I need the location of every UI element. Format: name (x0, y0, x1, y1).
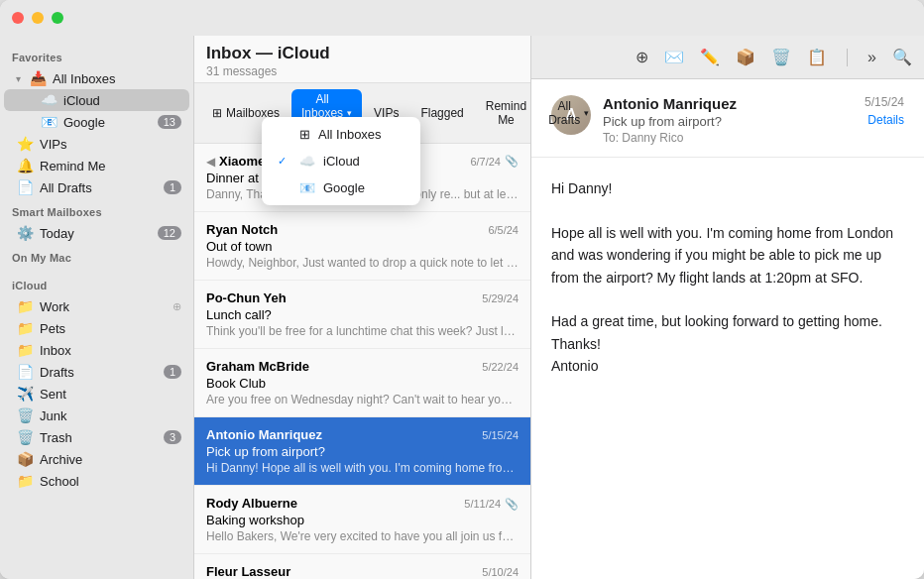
all-inboxes-icon: 📥 (29, 70, 47, 86)
inbox-folder-icon: 📁 (16, 342, 34, 358)
email-body: Hi Danny! Hope all is well with you. I'm… (531, 158, 924, 398)
email-sender-7: Fleur Lasseur (206, 564, 290, 579)
minimize-button[interactable] (32, 12, 44, 24)
sidebar-item-inbox[interactable]: 📁 Inbox (4, 339, 189, 361)
sidebar-item-work[interactable]: 📁 Work ⊕ (4, 295, 189, 317)
email-date-4: 5/22/24 (482, 361, 519, 373)
sidebar-item-school[interactable]: 📁 School (4, 470, 189, 492)
tab-all-drafts-label: All Drafts (548, 99, 580, 127)
email-date-3: 5/29/24 (482, 292, 519, 304)
dropdown-google[interactable]: 📧 Google (266, 174, 416, 201)
email-subject-2: Out of town (206, 239, 519, 254)
sidebar-item-label: Work (40, 299, 167, 314)
archive-tool-icon[interactable]: 📦 (736, 48, 755, 66)
email-sender-6: Rody Albuerne (206, 496, 297, 511)
email-date-6: 5/11/24 (464, 498, 501, 510)
drafts-chevron: ▾ (584, 108, 589, 118)
google-icon: 📧 (40, 114, 58, 130)
sidebar-item-vips[interactable]: ⭐ VIPs (4, 133, 189, 155)
back-arrow-icon: ◀ (206, 155, 215, 169)
titlebar (0, 0, 924, 36)
reply-icon[interactable]: ✏️ (700, 48, 720, 66)
sidebar-item-today[interactable]: ⚙️ Today 12 (4, 222, 189, 244)
search-icon[interactable]: 🔍 (892, 48, 912, 66)
email-preview-4: Are you free on Wednesday night? Can't w… (206, 393, 519, 406)
message-count: 31 messages (206, 64, 519, 78)
email-item-7[interactable]: Fleur Lasseur 5/10/24 Soccer jerseys Are… (194, 554, 530, 579)
sidebar-item-all-drafts[interactable]: 📄 All Drafts 1 (4, 176, 189, 198)
sidebar-item-label: Drafts (40, 365, 158, 380)
close-button[interactable] (12, 12, 24, 24)
add-mailbox-icon[interactable]: ⊕ (173, 300, 181, 313)
sidebar-item-drafts[interactable]: 📄 Drafts 1 (4, 361, 189, 383)
dropdown-icloud-label: iCloud (323, 154, 360, 169)
remind-me-icon: 🔔 (16, 158, 34, 174)
email-sender-4: Graham McBride (206, 359, 309, 374)
junk-icon: 🗑️ (16, 407, 34, 423)
email-subject-5: Pick up from airport? (206, 444, 519, 459)
new-message-icon[interactable]: ✉️ (664, 48, 684, 66)
tab-remind-me[interactable]: Remind Me (476, 96, 536, 130)
sidebar-item-sent[interactable]: ✈️ Sent (4, 383, 189, 405)
sidebar-item-label: Sent (40, 387, 181, 402)
sidebar-item-label: All Inboxes (53, 71, 181, 86)
sidebar-item-junk[interactable]: 🗑️ Junk (4, 405, 189, 426)
email-sender-5: Antonio Manriquez (206, 427, 322, 442)
work-folder-icon: 📁 (16, 298, 34, 314)
today-icon: ⚙️ (16, 225, 34, 241)
sidebar-item-label: Inbox (40, 343, 181, 358)
sidebar-item-label: Remind Me (40, 159, 181, 174)
details-link[interactable]: Details (867, 113, 904, 127)
tab-all-drafts[interactable]: All Drafts ▾ (538, 96, 599, 130)
drafts-folder-icon: 📄 (16, 364, 34, 380)
trash-tool-icon[interactable]: 🗑️ (771, 48, 791, 66)
dropdown-icloud[interactable]: ✓ ☁️ iCloud (266, 148, 416, 174)
icloud-dropdown-icon: ☁️ (299, 154, 315, 169)
sidebar-item-trash[interactable]: 🗑️ Trash 3 (4, 426, 189, 448)
body-signature: Antonio (551, 355, 904, 377)
sidebar-item-label: Trash (40, 430, 158, 445)
all-inboxes-dropdown-icon: ⊞ (299, 127, 310, 142)
mailboxes-grid-icon: ⊞ (212, 106, 222, 120)
email-subject-4: Book Club (206, 376, 519, 391)
inbox-title: Inbox — iCloud (206, 44, 519, 63)
sidebar-item-remind-me[interactable]: 🔔 Remind Me (4, 155, 189, 176)
tab-remind-me-label: Remind Me (486, 99, 526, 127)
email-preview-3: Think you'll be free for a lunchtime cha… (206, 324, 519, 338)
all-drafts-icon: 📄 (16, 179, 34, 195)
on-my-mac-title: On My Mac (0, 244, 193, 268)
google-badge: 13 (158, 115, 181, 129)
dropdown-all-inboxes-label: All Inboxes (318, 127, 382, 142)
sidebar-item-all-inboxes[interactable]: ▾ 📥 All Inboxes (4, 67, 189, 89)
email-item-5[interactable]: Antonio Manriquez 5/15/24 Pick up from a… (194, 417, 530, 486)
email-item-2[interactable]: Ryan Notch 6/5/24 Out of town Howdy, Nei… (194, 212, 530, 281)
body-line-2: Hope all is well with you. I'm coming ho… (551, 222, 904, 289)
sidebar-item-icloud-fav[interactable]: ☁️ iCloud (4, 89, 189, 111)
attachment-icon-6: 📎 (505, 498, 519, 511)
move-icon[interactable]: 📋 (807, 48, 827, 66)
email-item-4[interactable]: Graham McBride 5/22/24 Book Club Are you… (194, 349, 530, 417)
sidebar-item-label: Junk (40, 408, 181, 423)
maximize-button[interactable] (52, 12, 63, 24)
google-dropdown-icon: 📧 (299, 180, 315, 195)
body-line-1: Hi Danny! (551, 177, 904, 199)
overflow-icon[interactable]: » (867, 49, 876, 66)
sidebar-item-label: Pets (40, 321, 181, 336)
body-line-4: Thanks! (551, 333, 904, 355)
dropdown-all-inboxes[interactable]: ⊞ All Inboxes (266, 121, 416, 148)
sidebar-item-label: Archive (40, 452, 181, 467)
detail-meta: 5/15/24 Details (865, 95, 904, 127)
email-item-3[interactable]: Po-Chun Yeh 5/29/24 Lunch call? Think yo… (194, 281, 530, 349)
detail-toolbar: ⊕ ✉️ ✏️ 📦 🗑️ 📋 » 🔍 (531, 36, 924, 79)
trash-icon: 🗑️ (16, 429, 34, 445)
email-date-2: 6/5/24 (488, 224, 519, 236)
detail-date: 5/15/24 (865, 95, 904, 109)
tab-flagged[interactable]: Flagged (410, 103, 473, 123)
compose-icon[interactable]: ⊕ (635, 48, 648, 66)
sidebar-item-archive[interactable]: 📦 Archive (4, 448, 189, 470)
sidebar-item-label: Today (40, 226, 152, 241)
sidebar-item-pets[interactable]: 📁 Pets (4, 317, 189, 339)
body-line-3: Had a great time, but looking forward to… (551, 310, 904, 332)
sidebar-item-google[interactable]: 📧 Google 13 (4, 111, 189, 133)
email-item-6[interactable]: Rody Albuerne 5/11/24 📎 Baking workshop … (194, 486, 530, 554)
